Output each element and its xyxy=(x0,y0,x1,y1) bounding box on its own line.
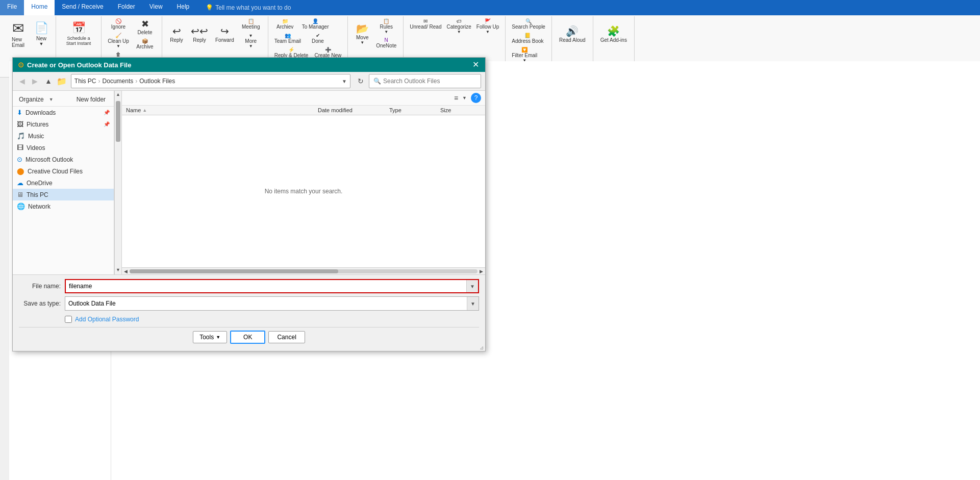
new-email-button[interactable]: ✉ NewEmail xyxy=(6,17,30,50)
nav-item-videos[interactable]: 🎞 Videos xyxy=(13,142,114,154)
nav-item-pictures[interactable]: 🖼 Pictures 📌 xyxy=(13,118,114,130)
cleanup-arrow: ▼ xyxy=(116,44,120,48)
view-dropdown-icon[interactable]: ▼ xyxy=(462,95,467,100)
done-button[interactable]: ✔ Done xyxy=(305,32,331,45)
col-date[interactable]: Date modified xyxy=(318,107,389,113)
nav-item-network[interactable]: 🌐 Network xyxy=(13,200,114,212)
dialog-nav-panel: Organize ▼ New folder ⬇ Downloads 📌 🖼 Pi… xyxy=(13,91,122,274)
up-button[interactable]: ▲ xyxy=(42,75,55,87)
password-checkbox-row: Add Optional Password xyxy=(19,314,479,325)
follow-up-button[interactable]: 🚩 Follow Up ▼ xyxy=(474,17,501,35)
tools-button[interactable]: Tools ▼ xyxy=(193,331,227,343)
forward-label: Forward xyxy=(215,37,234,43)
h-scroll-thumb[interactable] xyxy=(130,269,338,273)
done-label: Done xyxy=(312,38,324,44)
h-scroll-track xyxy=(130,269,478,273)
col-name[interactable]: Name ▲ xyxy=(126,107,318,113)
team-email-button[interactable]: 👥 Team Email xyxy=(272,32,303,45)
meeting-button[interactable]: 📋 Meeting xyxy=(238,17,264,31)
filetype-dropdown-button[interactable]: ▼ xyxy=(467,297,479,310)
refresh-button[interactable]: ↻ xyxy=(355,75,367,87)
cancel-button[interactable]: Cancel xyxy=(268,331,305,343)
ok-button[interactable]: OK xyxy=(230,331,265,344)
filename-dropdown-button[interactable]: ▼ xyxy=(466,280,478,292)
tab-send-receive[interactable]: Send / Receive xyxy=(55,0,110,15)
nav-scroll-down[interactable]: ▼ xyxy=(116,267,120,273)
back-button[interactable]: ◀ xyxy=(17,75,28,87)
horizontal-scrollbar[interactable]: ◀ ▶ xyxy=(122,267,485,274)
unread-read-button[interactable]: ✉ Unread/ Read xyxy=(408,17,443,31)
tab-home[interactable]: Home xyxy=(24,0,55,15)
delete-button[interactable]: ✖ Delete xyxy=(132,17,158,36)
nav-scroll-up[interactable]: ▲ xyxy=(116,92,120,98)
nav-item-this-pc[interactable]: 🖥 This PC xyxy=(13,189,114,200)
tab-folder[interactable]: Folder xyxy=(111,0,142,15)
breadcrumb-dropdown-icon[interactable]: ▼ xyxy=(342,79,347,84)
search-input[interactable] xyxy=(383,78,475,85)
ignore-button[interactable]: 🚫 Ignore xyxy=(106,17,131,31)
nav-scroll-thumb[interactable] xyxy=(116,101,120,142)
empty-message: No items match your search. xyxy=(265,188,343,195)
tell-me-input[interactable] xyxy=(215,4,307,11)
tell-me-bar: 💡 xyxy=(202,0,311,15)
move-button[interactable]: 📂 Move ▼ xyxy=(352,17,372,50)
cleanup-button[interactable]: 🧹 Clean Up ▼ xyxy=(106,32,131,49)
address-book-button[interactable]: 📒 Address Book xyxy=(510,32,545,45)
get-addins-button[interactable]: 🧩 Get Add-ins xyxy=(597,17,630,50)
breadcrumb-sep-1: › xyxy=(98,78,100,85)
schedule-label: Schedule a Start Instant xyxy=(63,36,94,46)
nav-item-creative-cloud[interactable]: ⬤ Creative Cloud Files xyxy=(13,165,114,177)
tools-arrow-icon: ▼ xyxy=(216,335,220,340)
nav-item-music[interactable]: 🎵 Music xyxy=(13,130,114,142)
onenote-button[interactable]: N OneNote xyxy=(373,36,399,49)
archiev-icon: 📁 xyxy=(282,18,288,24)
nav-item-music-label: Music xyxy=(28,133,44,140)
dialog-close-button[interactable]: ✕ xyxy=(471,61,480,69)
folder-icon: 📁 xyxy=(57,77,67,86)
new-items-label: New xyxy=(36,36,46,41)
tab-help[interactable]: Help xyxy=(170,0,197,15)
schedule-button[interactable]: 📅 Schedule a Start Instant xyxy=(60,17,97,50)
nav-scrollbar[interactable]: ▲ ▼ xyxy=(114,91,121,274)
nav-item-microsoft-outlook[interactable]: ⊙ Microsoft Outlook xyxy=(13,154,114,165)
col-type[interactable]: Type xyxy=(389,107,440,113)
unread-read-icon: ✉ xyxy=(423,18,428,24)
filename-input[interactable] xyxy=(66,283,466,290)
rules-button[interactable]: 📋 Rules ▼ xyxy=(373,17,399,35)
move-icon: 📂 xyxy=(356,22,369,35)
breadcrumb[interactable]: This PC › Documents › Outlook Files ▼ xyxy=(71,74,350,88)
new-folder-button[interactable]: New folder xyxy=(72,95,110,104)
add-password-label[interactable]: Add Optional Password xyxy=(75,316,139,323)
reply-all-button[interactable]: ↩↩ Reply xyxy=(188,17,211,50)
categorize-button[interactable]: 🏷 Categorize ▼ xyxy=(444,17,473,35)
nav-item-onedrive[interactable]: ☁ OneDrive xyxy=(13,177,114,189)
tab-file[interactable]: File xyxy=(0,0,24,15)
reply-button[interactable]: ↩ Reply xyxy=(166,17,187,50)
filetype-select[interactable]: Outlook Data File xyxy=(65,300,467,307)
search-people-button[interactable]: 🔍 Search People xyxy=(510,17,547,31)
follow-up-icon: 🚩 xyxy=(485,18,491,24)
forward-button[interactable]: ↪ Forward xyxy=(212,17,237,50)
col-size[interactable]: Size xyxy=(440,107,481,113)
onedrive-icon: ☁ xyxy=(17,179,23,187)
read-aloud-button[interactable]: 🔊 Read Aloud xyxy=(556,17,589,50)
more-arrow: ▼ xyxy=(249,44,253,48)
h-scroll-left[interactable]: ◀ xyxy=(123,269,129,274)
to-manager-button[interactable]: 👤 To Manager xyxy=(300,17,331,31)
tab-view[interactable]: View xyxy=(142,0,170,15)
breadcrumb-text: This PC › Documents › Outlook Files xyxy=(74,78,175,85)
more-button[interactable]: ▾ More ▼ xyxy=(238,32,264,49)
move-label: Move xyxy=(356,35,368,40)
archive-button[interactable]: 📦 Archive xyxy=(132,37,158,50)
archiev-button[interactable]: 📁 Archiev xyxy=(272,17,298,31)
forward-button[interactable]: ▶ xyxy=(30,75,40,87)
h-scroll-right[interactable]: ▶ xyxy=(479,269,484,274)
list-view-button[interactable]: ≡ xyxy=(452,93,460,103)
help-button[interactable]: ? xyxy=(471,93,481,103)
resize-handle[interactable]: ⊿ xyxy=(478,344,485,351)
organize-button[interactable]: Organize xyxy=(17,95,46,104)
new-items-button[interactable]: 📄 New ▼ xyxy=(31,17,52,50)
nav-item-downloads[interactable]: ⬇ Downloads 📌 xyxy=(13,107,114,118)
add-password-checkbox[interactable] xyxy=(65,316,72,323)
ignore-icon: 🚫 xyxy=(115,18,121,24)
